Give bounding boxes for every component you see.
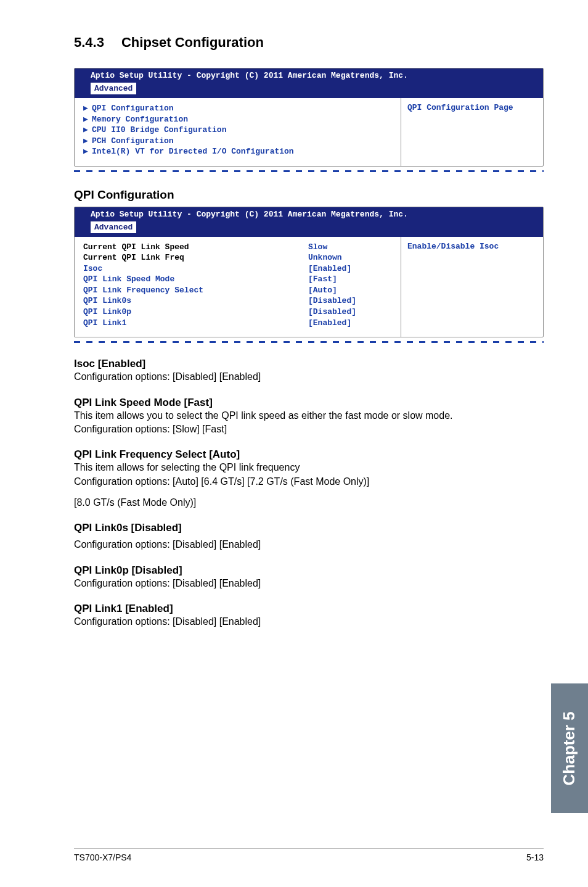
bios-setting-label: QPI Link1 (83, 318, 308, 329)
item-body: Configuration options: [Disabled] [Enabl… (74, 538, 544, 551)
section-title: Chipset Configuration (121, 35, 264, 51)
page-footer: TS700-X7/PS4 5-13 (74, 848, 544, 862)
item-heading-link0p: QPI Link0p [Disabled] (74, 564, 544, 577)
bios-header-text: Aptio Setup Utility - Copyright (C) 2011… (91, 71, 538, 80)
bios-menu-item[interactable]: ▶Memory Configuration (83, 114, 394, 125)
bios-menu-item[interactable]: ▶CPU II0 Bridge Configuration (83, 125, 394, 136)
item-body: This item allows you to select the QPI l… (74, 409, 544, 423)
bios-help-text: QPI Configuration Page (407, 103, 537, 112)
item-body: Configuration options: [Slow] [Fast] (74, 423, 544, 436)
bios-setting-value: [Disabled] (308, 307, 394, 318)
bios-setting-label: QPI Link0p (83, 307, 308, 318)
bios-setting-row[interactable]: Isoc[Enabled] (83, 263, 394, 274)
bios-setting-row[interactable]: QPI Link1[Enabled] (83, 318, 394, 329)
item-body: Configuration options: [Disabled] [Enabl… (74, 615, 544, 629)
bios-menu-label: PCH Configuration (92, 136, 394, 147)
item-body: Configuration options: [Auto] [6.4 GT/s]… (74, 475, 544, 489)
bios-setting-value: [Enabled] (308, 263, 394, 274)
bios-setting-value: [Auto] (308, 285, 394, 296)
subheading-qpi-configuration: QPI Configuration (74, 188, 544, 202)
submenu-arrow-icon: ▶ (83, 103, 92, 114)
bios-setting-value: [Disabled] (308, 295, 394, 307)
bios-settings-list: Current QPI Link SpeedSlow Current QPI L… (75, 237, 401, 337)
bios-setting-value: Unknown (308, 252, 394, 263)
divider-dashes (74, 341, 544, 343)
bios-menu-label: Intel(R) VT for Directed I/O Configurati… (92, 146, 394, 157)
submenu-arrow-icon: ▶ (83, 114, 92, 125)
item-heading-freq: QPI Link Frequency Select [Auto] (74, 448, 544, 461)
bios-setting-row[interactable]: QPI Link0s[Disabled] (83, 295, 394, 307)
bios-setting-row: Current QPI Link SpeedSlow (83, 242, 394, 253)
item-body: Configuration options: [Disabled] [Enabl… (74, 370, 544, 384)
bios-menu-item[interactable]: ▶QPI Configuration (83, 103, 394, 114)
bios-tab-advanced: Advanced (91, 221, 136, 233)
bios-setting-row[interactable]: QPI Link0p[Disabled] (83, 307, 394, 318)
bios-setting-label: QPI Link Speed Mode (83, 274, 308, 285)
bios-menu-label: QPI Configuration (92, 103, 394, 114)
bios-tab-advanced: Advanced (91, 83, 136, 94)
item-body: [8.0 GT/s (Fast Mode Only)] (74, 496, 544, 510)
bios-menu-label: CPU II0 Bridge Configuration (92, 125, 394, 136)
bios-setting-value: [Fast] (308, 274, 394, 285)
bios-help-pane: Enable/Disable Isoc (401, 237, 543, 337)
section-heading: 5.4.3 Chipset Configuration (74, 35, 544, 51)
bios-setting-row[interactable]: QPI Link Speed Mode[Fast] (83, 274, 394, 285)
item-heading-link1: QPI Link1 [Enabled] (74, 603, 544, 615)
bios-help-text: Enable/Disable Isoc (407, 242, 537, 251)
bios-panel-qpi: Aptio Setup Utility - Copyright (C) 2011… (74, 207, 544, 337)
bios-header: Aptio Setup Utility - Copyright (C) 2011… (75, 68, 543, 98)
item-heading-speed: QPI Link Speed Mode [Fast] (74, 397, 544, 409)
submenu-arrow-icon: ▶ (83, 146, 92, 157)
section-number: 5.4.3 (74, 35, 104, 51)
item-heading-isoc: Isoc [Enabled] (74, 358, 544, 370)
bios-setting-label: Current QPI Link Freq (83, 252, 308, 263)
item-body: Configuration options: [Disabled] [Enabl… (74, 577, 544, 590)
bios-setting-label: QPI Link0s (83, 295, 308, 307)
bios-menu-item[interactable]: ▶Intel(R) VT for Directed I/O Configurat… (83, 146, 394, 157)
submenu-arrow-icon: ▶ (83, 125, 92, 136)
bios-menu-label: Memory Configuration (92, 114, 394, 125)
footer-model: TS700-X7/PS4 (74, 852, 131, 862)
item-body: This item allows for selecting the QPI l… (74, 461, 544, 474)
submenu-arrow-icon: ▶ (83, 136, 92, 147)
bios-menu: ▶QPI Configuration ▶Memory Configuration… (75, 98, 401, 166)
footer-page-number: 5-13 (526, 852, 544, 862)
bios-header-text: Aptio Setup Utility - Copyright (C) 2011… (91, 210, 538, 219)
bios-help-pane: QPI Configuration Page (401, 98, 543, 166)
bios-setting-label: Current QPI Link Speed (83, 242, 308, 253)
chapter-tab-label: Chapter 5 (560, 711, 579, 785)
bios-setting-value: Slow (308, 242, 394, 253)
bios-header: Aptio Setup Utility - Copyright (C) 2011… (75, 207, 543, 237)
bios-panel-chipset: Aptio Setup Utility - Copyright (C) 2011… (74, 68, 544, 167)
bios-menu-item[interactable]: ▶PCH Configuration (83, 136, 394, 147)
chapter-tab: Chapter 5 (551, 683, 588, 813)
divider-dashes (74, 170, 544, 172)
bios-setting-row[interactable]: QPI Link Frequency Select[Auto] (83, 285, 394, 296)
bios-setting-label: QPI Link Frequency Select (83, 285, 308, 296)
bios-setting-row: Current QPI Link FreqUnknown (83, 252, 394, 263)
item-heading-link0s: QPI Link0s [Disabled] (74, 522, 544, 534)
bios-setting-value: [Enabled] (308, 318, 394, 329)
bios-setting-label: Isoc (83, 263, 308, 274)
